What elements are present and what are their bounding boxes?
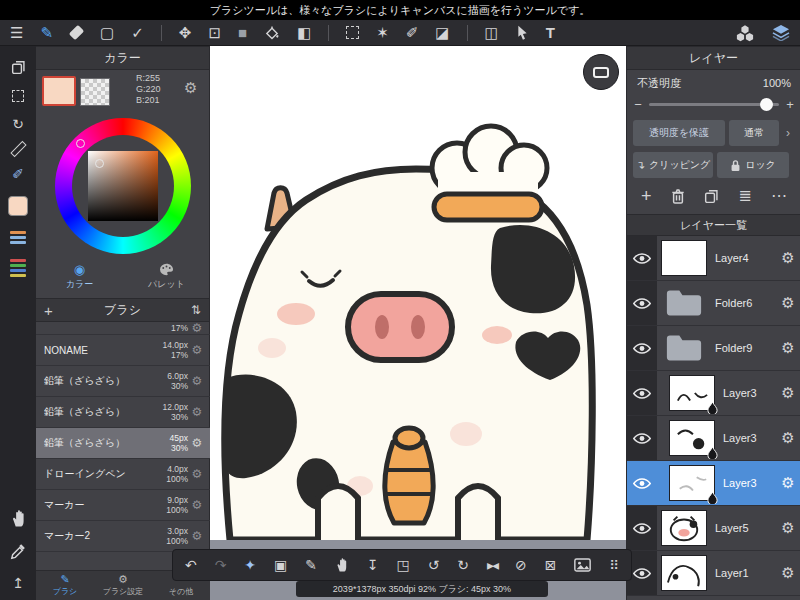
visibility-toggle[interactable]: [627, 371, 657, 415]
visibility-toggle[interactable]: [627, 416, 657, 460]
layer-settings-icon[interactable]: ⚙: [775, 384, 800, 402]
paint-bucket-icon[interactable]: [264, 25, 280, 41]
blend-chevron-icon[interactable]: ›: [786, 126, 790, 140]
selection-frame-icon[interactable]: ◳: [396, 558, 409, 572]
brush-settings-icon[interactable]: ⚙: [188, 374, 206, 388]
brush-settings-icon[interactable]: ⚙: [188, 436, 206, 450]
more-options-icon[interactable]: ⋯: [771, 188, 787, 204]
brush-row[interactable]: 鉛筆（ざらざら） 12.0px30% ⚙: [36, 397, 210, 428]
drawing-canvas[interactable]: [210, 46, 626, 540]
visibility-toggle[interactable]: [627, 461, 657, 505]
duplicate-layer-icon[interactable]: [704, 189, 719, 204]
reset-view-icon[interactable]: ↻: [12, 117, 24, 131]
layer-row[interactable]: Layer4 ⚙: [627, 236, 800, 281]
color-wheel[interactable]: [55, 118, 191, 254]
brush-shortcut-icon[interactable]: [10, 231, 26, 244]
menu-icon[interactable]: ☰: [10, 25, 23, 40]
eyedropper-icon[interactable]: [10, 544, 26, 560]
material-panel-icon[interactable]: [736, 24, 754, 42]
pen-icon[interactable]: ✎: [305, 558, 317, 572]
visibility-toggle[interactable]: [627, 281, 657, 325]
layer-settings-icon[interactable]: ⚙: [775, 474, 800, 492]
select-eraser-icon[interactable]: ◪: [435, 25, 449, 40]
brush-row-selected[interactable]: 鉛筆（ざらざら） 45px30% ⚙: [36, 428, 210, 459]
layer-row[interactable]: Layer3 ⚙: [627, 371, 800, 416]
palette-shortcut-icon[interactable]: [10, 259, 26, 277]
rotate-off-icon[interactable]: ⊘: [515, 558, 527, 572]
drag-handle-icon[interactable]: ⠿: [609, 559, 619, 572]
select-area-icon[interactable]: [12, 90, 24, 102]
add-layer-icon[interactable]: +: [641, 187, 652, 205]
hand-tool-icon[interactable]: [10, 509, 27, 528]
layer-settings-icon[interactable]: ⚙: [775, 339, 800, 357]
brush-settings-icon[interactable]: ⚙: [188, 343, 206, 357]
layer-thumbnail[interactable]: [661, 510, 707, 546]
layer-thumbnail[interactable]: [669, 465, 715, 501]
color-settings-gear-icon[interactable]: ⚙: [184, 80, 197, 95]
visibility-toggle[interactable]: [627, 506, 657, 550]
rotate-ccw-icon[interactable]: ↺: [428, 558, 440, 572]
select-pen-icon[interactable]: ✐: [406, 25, 419, 40]
transparent-color-swatch[interactable]: [80, 78, 110, 106]
brush-row[interactable]: マーカー 9.0px100% ⚙: [36, 490, 210, 521]
protect-alpha-button[interactable]: 透明度を保護: [633, 120, 725, 146]
eraser-tool-icon[interactable]: [70, 28, 83, 37]
layer-row[interactable]: Layer3 ⚙: [627, 416, 800, 461]
sv-knob[interactable]: [95, 159, 104, 168]
select-tool-icon[interactable]: [346, 26, 359, 39]
layer-thumbnail[interactable]: [669, 375, 715, 411]
layer-row[interactable]: Layer5 ⚙: [627, 506, 800, 551]
polyline-tool-icon[interactable]: ✓: [131, 25, 144, 40]
layers-panel-icon[interactable]: [772, 24, 790, 41]
ruler-icon[interactable]: [10, 146, 27, 152]
shape-tool-icon[interactable]: ▢: [100, 25, 114, 40]
layer-settings-icon[interactable]: ⚙: [775, 294, 800, 312]
navigator-button[interactable]: [583, 54, 619, 90]
folder-row[interactable]: Folder6 ⚙: [627, 281, 800, 326]
clipping-button[interactable]: ↴ クリッピング: [633, 152, 713, 178]
stabilizer-icon[interactable]: ✦: [244, 558, 256, 572]
layer-thumbnail[interactable]: [661, 555, 707, 591]
brush-row[interactable]: マーカー2 3.0px100% ⚙: [36, 521, 210, 552]
move-tool-icon[interactable]: ✥: [179, 25, 192, 40]
text-tool-icon[interactable]: T: [546, 25, 555, 40]
brush-tool-icon[interactable]: ✎: [40, 25, 53, 40]
pages-icon[interactable]: [11, 60, 26, 75]
flip-icon[interactable]: ▸◂: [487, 558, 497, 572]
cursor-tool-icon[interactable]: [516, 25, 529, 40]
visibility-toggle[interactable]: [627, 236, 657, 280]
tab-brush[interactable]: ✎ ブラシ: [36, 571, 94, 600]
layer-thumbnail[interactable]: [669, 420, 715, 456]
folder-row[interactable]: Folder9 ⚙: [627, 326, 800, 371]
gradient-tool-icon[interactable]: ◧: [297, 25, 311, 40]
opacity-slider[interactable]: [649, 103, 779, 106]
brush-row[interactable]: ドローイングペン 4.0px100% ⚙: [36, 459, 210, 490]
tab-palette[interactable]: パレット: [123, 258, 210, 296]
brush-sort-icon[interactable]: ⇅: [191, 303, 201, 317]
visibility-toggle[interactable]: [627, 326, 657, 370]
image-icon[interactable]: [574, 558, 591, 572]
brush-settings-icon[interactable]: ⚙: [188, 529, 206, 543]
layer-thumbnail[interactable]: [661, 240, 707, 276]
tab-color[interactable]: ◉ カラー: [36, 258, 123, 296]
layer-settings-icon[interactable]: ⚙: [775, 564, 800, 582]
brush-row[interactable]: NONAME 14.0px17% ⚙: [36, 335, 210, 366]
clear-icon[interactable]: ⊠: [545, 558, 557, 572]
current-color-chip[interactable]: [8, 196, 28, 216]
folder-thumbnail[interactable]: [661, 285, 707, 321]
brush-row[interactable]: 17% ⚙: [36, 322, 210, 335]
layer-settings-icon[interactable]: ⚙: [775, 249, 800, 267]
foreground-color-square-icon[interactable]: ■: [238, 25, 247, 40]
export-icon[interactable]: ↥: [12, 576, 24, 590]
opacity-slider-knob[interactable]: [760, 98, 773, 111]
opacity-plus-button[interactable]: +: [785, 97, 795, 112]
snap-pen-icon[interactable]: ✐: [12, 167, 24, 181]
brush-settings-icon[interactable]: ⚙: [188, 405, 206, 419]
fill-icon[interactable]: ▣: [274, 558, 287, 572]
brush-settings-icon[interactable]: ⚙: [188, 322, 206, 335]
undo-icon[interactable]: ↶: [185, 558, 197, 572]
hand-icon[interactable]: [335, 557, 349, 573]
hue-knob[interactable]: [76, 139, 85, 148]
canvas-area[interactable]: [210, 46, 626, 600]
delete-layer-icon[interactable]: [671, 188, 685, 205]
